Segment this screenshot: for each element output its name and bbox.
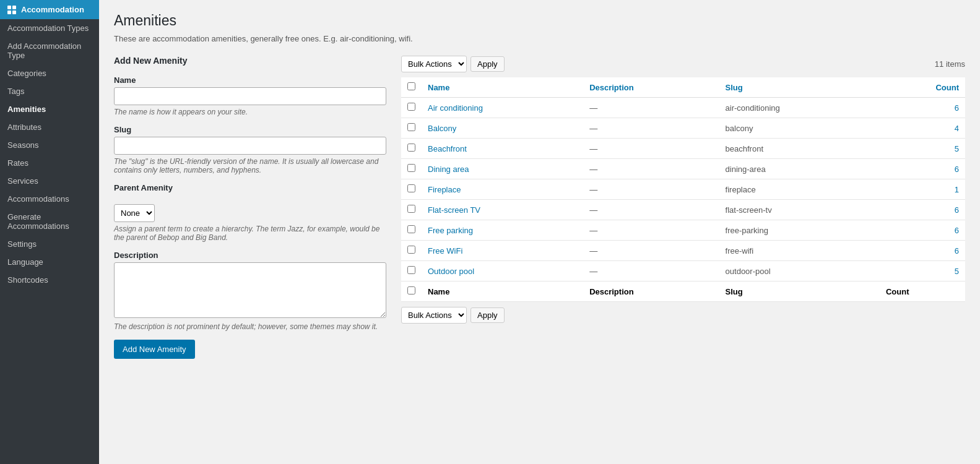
row-check[interactable] bbox=[401, 98, 422, 118]
name-input[interactable] bbox=[114, 87, 386, 105]
table-head: Name Description Slug Count bbox=[401, 77, 965, 98]
row-check[interactable] bbox=[401, 179, 422, 200]
header-check[interactable] bbox=[401, 77, 422, 98]
row-count: 5 bbox=[880, 261, 965, 281]
row-check[interactable] bbox=[401, 139, 422, 159]
header-slug[interactable]: Slug bbox=[719, 77, 880, 98]
row-slug: free-parking bbox=[719, 220, 880, 241]
sidebar-item-accommodation-types[interactable]: Accommodation Types bbox=[0, 19, 99, 37]
sidebar-item-settings[interactable]: Settings bbox=[0, 235, 99, 253]
row-checkbox-8[interactable] bbox=[407, 266, 415, 274]
sidebar-item-language[interactable]: Language bbox=[0, 253, 99, 271]
row-checkbox-5[interactable] bbox=[407, 205, 415, 213]
row-count: 6 bbox=[880, 241, 965, 261]
description-group: Description The description is not promi… bbox=[114, 251, 386, 331]
row-name-link[interactable]: Air conditioning bbox=[428, 103, 483, 113]
row-description: — bbox=[583, 261, 719, 281]
add-amenity-button[interactable]: Add New Amenity bbox=[114, 340, 195, 359]
row-checkbox-0[interactable] bbox=[407, 103, 415, 111]
row-description: — bbox=[583, 98, 719, 118]
parent-hint: Assign a parent term to create a hierarc… bbox=[114, 225, 386, 242]
row-checkbox-6[interactable] bbox=[407, 225, 415, 233]
main-content: Amenities These are accommodation amenit… bbox=[99, 0, 980, 464]
sidebar-item-add-accommodation-type[interactable]: Add Accommodation Type bbox=[0, 37, 99, 64]
table-header-row: Name Description Slug Count bbox=[401, 77, 965, 98]
parent-select[interactable]: None bbox=[114, 204, 155, 222]
row-name-link[interactable]: Outdoor pool bbox=[428, 267, 474, 276]
header-count[interactable]: Count bbox=[880, 77, 965, 98]
row-check[interactable] bbox=[401, 261, 422, 281]
bulk-actions-select-bottom[interactable]: Bulk Actions bbox=[401, 307, 467, 324]
bulk-actions-select[interactable]: Bulk Actions bbox=[401, 56, 467, 72]
row-checkbox-4[interactable] bbox=[407, 184, 415, 192]
bottom-toolbar: Bulk Actions Apply bbox=[401, 307, 965, 324]
row-slug: dining-area bbox=[719, 159, 880, 179]
row-name: Air conditioning bbox=[422, 98, 583, 118]
row-checkbox-3[interactable] bbox=[407, 164, 415, 172]
footer-check[interactable] bbox=[401, 281, 422, 302]
row-name-link[interactable]: Beachfront bbox=[428, 144, 467, 153]
row-slug: beachfront bbox=[719, 139, 880, 159]
row-name-link[interactable]: Balcony bbox=[428, 124, 456, 133]
row-name: Free parking bbox=[422, 220, 583, 241]
slug-input[interactable] bbox=[114, 137, 386, 155]
row-checkbox-2[interactable] bbox=[407, 144, 415, 152]
select-all-checkbox[interactable] bbox=[407, 82, 415, 90]
row-check[interactable] bbox=[401, 118, 422, 139]
row-checkbox-1[interactable] bbox=[407, 123, 415, 131]
form-heading: Add New Amenity bbox=[114, 56, 386, 66]
description-textarea[interactable] bbox=[114, 262, 386, 318]
row-count: 6 bbox=[880, 98, 965, 118]
table-row: Outdoor pool — outdoor-pool 5 bbox=[401, 261, 965, 281]
table-foot: Name Description Slug Count bbox=[401, 281, 965, 302]
footer-name[interactable]: Name bbox=[422, 281, 583, 302]
header-name[interactable]: Name bbox=[422, 77, 583, 98]
row-check[interactable] bbox=[401, 220, 422, 241]
row-name-link[interactable]: Flat-screen TV bbox=[428, 205, 480, 215]
name-hint: The name is how it appears on your site. bbox=[114, 108, 386, 116]
content-area: Add New Amenity Name The name is how it … bbox=[114, 56, 965, 359]
sidebar-item-accommodations[interactable]: Accommodations bbox=[0, 190, 99, 208]
grid-icon bbox=[7, 6, 16, 14]
footer-description[interactable]: Description bbox=[583, 281, 719, 302]
sidebar-item-generate-accommodations[interactable]: Generate Accommodations bbox=[0, 208, 99, 235]
table-row: Balcony — balcony 4 bbox=[401, 118, 965, 139]
row-slug: flat-screen-tv bbox=[719, 200, 880, 220]
row-name-link[interactable]: Fireplace bbox=[428, 185, 461, 194]
sidebar-title: Accommodation bbox=[21, 5, 84, 14]
row-count: 4 bbox=[880, 118, 965, 139]
row-check[interactable] bbox=[401, 241, 422, 261]
sidebar-header: Accommodation bbox=[0, 0, 99, 19]
page-title: Amenities bbox=[114, 12, 965, 29]
sidebar-item-rates[interactable]: Rates bbox=[0, 154, 99, 172]
sidebar-item-amenities[interactable]: Amenities bbox=[0, 100, 99, 118]
row-count: 5 bbox=[880, 139, 965, 159]
sidebar-item-seasons[interactable]: Seasons bbox=[0, 136, 99, 154]
row-name-link[interactable]: Dining area bbox=[428, 165, 469, 174]
description-label: Description bbox=[114, 251, 386, 260]
row-checkbox-7[interactable] bbox=[407, 246, 415, 254]
row-description: — bbox=[583, 200, 719, 220]
row-description: — bbox=[583, 241, 719, 261]
row-count: 6 bbox=[880, 220, 965, 241]
select-all-checkbox-bottom[interactable] bbox=[407, 286, 415, 294]
table-toolbar: Bulk Actions Apply 11 items bbox=[401, 56, 965, 72]
row-name-link[interactable]: Free WiFi bbox=[428, 246, 462, 256]
footer-count[interactable]: Count bbox=[880, 281, 965, 302]
apply-button-bottom[interactable]: Apply bbox=[470, 307, 505, 323]
sidebar-item-attributes[interactable]: Attributes bbox=[0, 118, 99, 136]
sidebar-item-tags[interactable]: Tags bbox=[0, 82, 99, 100]
sidebar-item-services[interactable]: Services bbox=[0, 172, 99, 190]
item-count: 11 items bbox=[935, 59, 965, 69]
slug-group: Slug The "slug" is the URL-friendly vers… bbox=[114, 125, 386, 174]
footer-slug[interactable]: Slug bbox=[719, 281, 880, 302]
row-check[interactable] bbox=[401, 200, 422, 220]
sidebar-item-categories[interactable]: Categories bbox=[0, 64, 99, 82]
header-description[interactable]: Description bbox=[583, 77, 719, 98]
amenities-table: Name Description Slug Count Air conditio… bbox=[401, 77, 965, 302]
apply-button[interactable]: Apply bbox=[470, 56, 505, 72]
row-name-link[interactable]: Free parking bbox=[428, 226, 473, 235]
row-check[interactable] bbox=[401, 159, 422, 179]
row-description: — bbox=[583, 179, 719, 200]
sidebar-item-shortcodes[interactable]: Shortcodes bbox=[0, 271, 99, 289]
